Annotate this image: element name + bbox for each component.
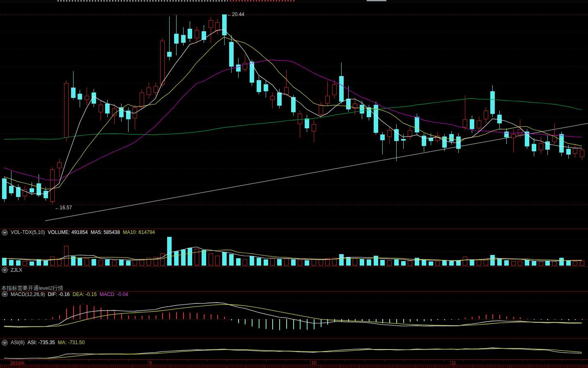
axis-tick — [483, 360, 483, 361]
axis-tick — [69, 360, 69, 361]
axis-tick — [424, 360, 424, 361]
axis-tick — [148, 360, 148, 361]
volume-indicator-name: VOL-TDX(5,10) — [11, 229, 45, 235]
clipped-header-strip — [0, 0, 588, 3]
macd-dif-value: DIF: -0.16 — [48, 292, 69, 297]
volume-ma5-value: MA5: 585438 — [91, 229, 120, 235]
axis-tick — [325, 360, 326, 361]
axis-tick — [168, 360, 168, 361]
axis-tick — [286, 360, 286, 361]
zjlx-panel-header: ZJLX — [0, 266, 588, 273]
axis-tick — [365, 360, 365, 361]
clipped-text-fragment — [57, 0, 228, 2]
axis-tick — [108, 360, 109, 361]
axis-tick — [542, 360, 542, 361]
axis-tick — [207, 360, 207, 361]
axis-tick — [522, 360, 523, 361]
axis-tick — [128, 360, 129, 361]
axis-tick — [227, 360, 227, 361]
collapse-chevron-icon[interactable] — [2, 291, 8, 297]
axis-tick — [503, 360, 503, 361]
asi-panel-header: ASI(6) ASI: -735.35 MA: -731.50 — [0, 338, 588, 346]
zjlx-panel-body: 本指标需要开通level2行情 — [0, 273, 588, 291]
axis-tick — [10, 360, 10, 361]
trading-app-window: ←20.44 ←16.57 VOL-TDX(5,10) VOLUME: 4918… — [0, 0, 588, 368]
axis-tick — [562, 360, 562, 361]
level2-required-notice: 本指标需要开通level2行情 — [1, 285, 63, 291]
collapse-chevron-icon[interactable] — [2, 340, 8, 346]
low-price-annotation: ←16.57 — [55, 205, 72, 211]
clipped-text-fragment — [367, 0, 386, 1]
asi-value: ASI: -735.35 — [28, 340, 55, 345]
period-toolbar-clipped[interactable] — [0, 365, 588, 368]
axis-tick — [305, 360, 306, 361]
volume-chart[interactable] — [0, 236, 588, 266]
axis-tick — [581, 360, 582, 361]
axis-tick — [187, 360, 188, 361]
clipped-text-fragment — [230, 0, 296, 2]
macd-chart[interactable] — [0, 297, 588, 338]
axis-tick — [384, 360, 385, 361]
macd-macd-value: MACD: -0.04 — [99, 292, 128, 297]
collapse-chevron-icon[interactable] — [2, 267, 8, 273]
asi-ma-value: MA: -731.50 — [58, 340, 85, 345]
macd-dea-value: DEA: -0.15 — [73, 292, 97, 297]
asi-chart[interactable] — [0, 346, 588, 359]
asi-indicator-name: ASI(6) — [11, 340, 25, 345]
axis-tick — [49, 360, 50, 361]
volume-ma10-value: MA10: 614794 — [123, 229, 155, 235]
axis-tick — [30, 360, 30, 361]
high-price-annotation: ←20.44 — [227, 12, 244, 17]
axis-tick — [345, 360, 345, 361]
collapse-chevron-icon[interactable] — [2, 229, 8, 236]
candlestick-chart[interactable] — [0, 3, 588, 229]
axis-tick — [404, 360, 404, 361]
zjlx-indicator-name: ZJLX — [11, 267, 22, 273]
macd-panel-header: MACD(12,26,9) DIF: -0.16 DEA: -0.15 MACD… — [0, 291, 588, 297]
macd-indicator-name: MACD(12,26,9) — [11, 292, 45, 297]
axis-tick — [463, 360, 464, 361]
axis-tick — [246, 360, 247, 361]
axis-tick — [89, 360, 89, 361]
axis-tick — [443, 360, 444, 361]
volume-label: VOLUME: 491854 — [48, 229, 87, 235]
axis-tick — [266, 360, 266, 361]
volume-panel-header: VOL-TDX(5,10) VOLUME: 491854 MA5: 585438… — [0, 229, 588, 236]
